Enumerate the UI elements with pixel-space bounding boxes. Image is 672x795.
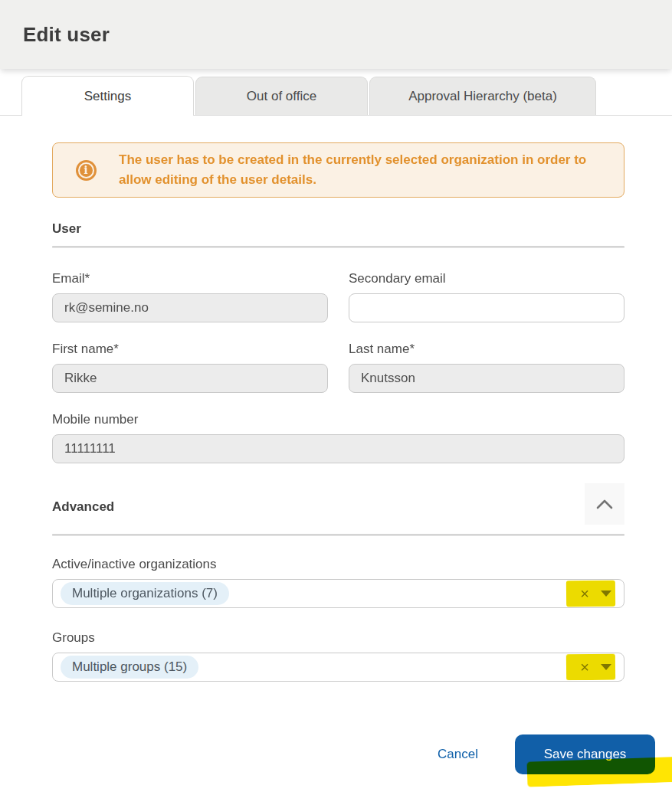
dialog-title: Edit user: [23, 23, 110, 47]
groups-select[interactable]: Multiple groups (15) ×: [52, 653, 624, 682]
email-field-group: Email*: [52, 271, 328, 322]
groups-clear-icon[interactable]: ×: [580, 659, 589, 675]
groups-label: Groups: [52, 630, 624, 646]
first-name-field: [52, 364, 328, 393]
tab-out-of-office[interactable]: Out of office: [195, 77, 368, 115]
secondary-email-label: Secondary email: [349, 271, 624, 286]
organizations-select[interactable]: Multiple organizations (7) ×: [52, 579, 624, 608]
organizations-label: Active/inactive organizations: [52, 557, 624, 572]
organizations-clear-icon[interactable]: ×: [580, 586, 589, 601]
last-name-field-group: Last name*: [349, 342, 624, 393]
info-banner: i The user has to be created in the curr…: [52, 142, 624, 198]
user-section-heading: User: [52, 221, 624, 237]
first-name-field-group: First name*: [52, 342, 328, 393]
dialog-footer: Cancel Save changes: [438, 734, 655, 774]
groups-chip: Multiple groups (15): [61, 656, 198, 679]
info-banner-text: The user has to be created in the curren…: [119, 150, 624, 190]
user-section-divider: [52, 246, 624, 248]
advanced-section-divider: [52, 534, 624, 536]
tab-approval-hierarchy[interactable]: Approval Hierarchy (beta): [369, 77, 596, 115]
tab-settings[interactable]: Settings: [21, 76, 194, 116]
tab-settings-label: Settings: [84, 89, 131, 104]
advanced-section-heading: Advanced: [52, 499, 114, 515]
email-field: [52, 293, 328, 322]
info-icon: i: [53, 160, 119, 181]
user-form: Email* Secondary email First name* Last …: [52, 271, 624, 463]
groups-caret-down-icon[interactable]: [601, 664, 611, 670]
organizations-caret-down-icon[interactable]: [601, 591, 611, 597]
dialog-header: Edit user: [0, 0, 672, 69]
email-label: Email*: [52, 271, 328, 286]
first-name-label: First name*: [52, 342, 328, 357]
secondary-email-field[interactable]: [349, 293, 624, 322]
organizations-chip: Multiple organizations (7): [61, 582, 229, 605]
cancel-button[interactable]: Cancel: [438, 747, 478, 762]
tab-out-of-office-label: Out of office: [247, 89, 316, 104]
mobile-number-field-group: Mobile number: [52, 412, 624, 463]
settings-tab-panel: i The user has to be created in the curr…: [52, 142, 624, 682]
mobile-number-field: [52, 434, 624, 463]
tab-approval-hierarchy-label: Approval Hierarchy (beta): [408, 89, 557, 104]
tab-bar: Settings Out of office Approval Hierarch…: [0, 77, 672, 116]
chevron-up-icon: [596, 499, 613, 509]
save-changes-button[interactable]: Save changes: [515, 734, 655, 774]
last-name-field: [349, 364, 624, 393]
advanced-collapse-button[interactable]: [585, 483, 624, 525]
mobile-number-label: Mobile number: [52, 412, 624, 427]
secondary-email-field-group: Secondary email: [349, 271, 624, 322]
advanced-section-header: Advanced: [52, 480, 624, 525]
last-name-label: Last name*: [349, 342, 624, 357]
